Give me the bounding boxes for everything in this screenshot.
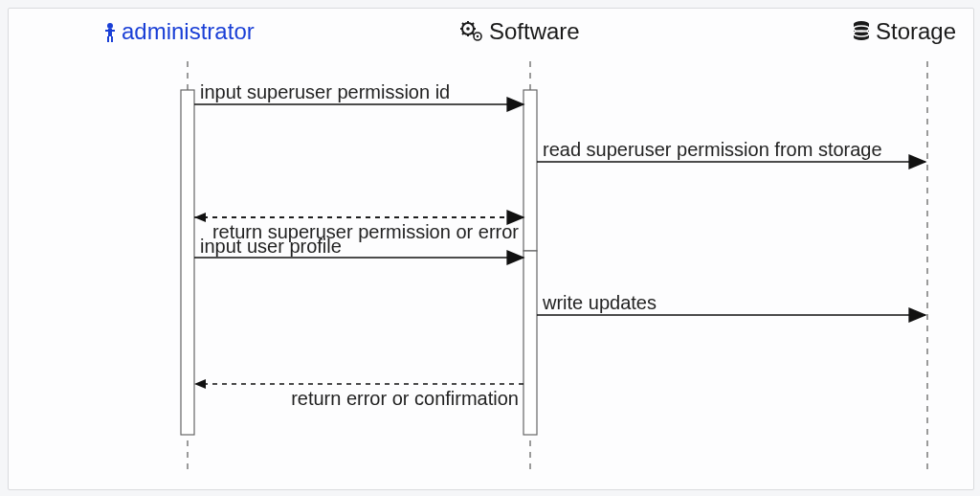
- svg-line-12: [472, 33, 474, 34]
- message-m2: read superuser permission from storage: [537, 139, 925, 162]
- svg-line-13: [462, 33, 464, 34]
- message-m1-label: input superuser permission id: [200, 81, 450, 102]
- person-icon: [105, 23, 115, 42]
- gears-icon: [460, 21, 481, 40]
- svg-marker-28: [194, 379, 206, 389]
- message-m4-label: input user profile: [200, 236, 342, 257]
- activation-software-1: [523, 90, 537, 251]
- svg-rect-2: [105, 30, 115, 32]
- message-m6-label: return error or confirmation: [291, 388, 519, 409]
- svg-line-14: [472, 23, 474, 25]
- svg-point-0: [107, 23, 113, 29]
- activation-administrator: [181, 90, 194, 435]
- message-m6: return error or confirmation: [194, 379, 523, 409]
- participant-storage-label: Storage: [876, 18, 956, 44]
- participant-software-label: Software: [489, 18, 580, 44]
- svg-point-16: [477, 35, 479, 37]
- svg-rect-3: [107, 36, 109, 42]
- svg-point-6: [466, 27, 470, 31]
- message-m5: write updates: [537, 292, 925, 315]
- activation-software-2: [523, 251, 537, 435]
- database-icon: [854, 21, 869, 40]
- message-m5-label: write updates: [542, 292, 657, 313]
- svg-line-11: [462, 23, 464, 25]
- participant-storage: Storage: [854, 18, 956, 473]
- diagram-frame: administrator Software: [8, 8, 974, 490]
- sequence-diagram: administrator Software: [9, 9, 973, 489]
- message-m2-label: read superuser permission from storage: [543, 139, 882, 160]
- message-m1: input superuser permission id: [194, 81, 523, 104]
- svg-marker-24: [194, 213, 206, 222]
- participant-administrator-label: administrator: [122, 18, 255, 44]
- svg-rect-4: [111, 36, 113, 42]
